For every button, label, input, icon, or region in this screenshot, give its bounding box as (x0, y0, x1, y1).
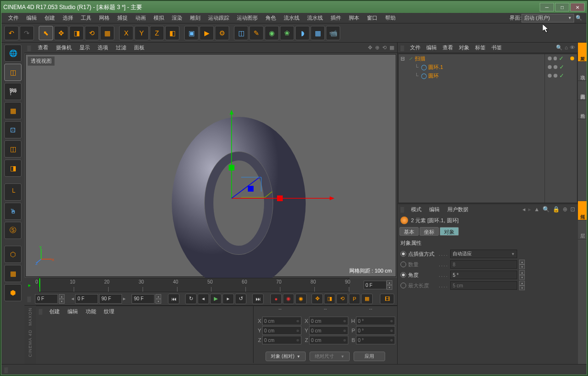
prev-key-button[interactable]: ↺ (235, 294, 246, 304)
attr-anim-radio[interactable] (400, 272, 406, 278)
prev-frame-button[interactable]: ◂ (198, 294, 209, 304)
axis-x-button[interactable]: X (119, 26, 133, 40)
coord-size-field[interactable]: 0 cm (309, 336, 348, 344)
key-param-button[interactable]: P (349, 294, 360, 304)
viewport-menu-filter[interactable]: 过滤 (112, 43, 130, 52)
tag-icon[interactable] (570, 57, 574, 60)
attr-spinner[interactable]: ▲▼ (519, 270, 525, 280)
om-search-icon[interactable]: 🔍 (556, 45, 563, 51)
next-frame-button[interactable]: ▸ (222, 294, 234, 304)
coord-pos-field[interactable]: 0 cm (262, 336, 301, 344)
keyframe-selection-button[interactable]: ◉ (295, 294, 307, 304)
statusbar-handle-icon[interactable]: ▒ (4, 367, 8, 373)
menu-create[interactable]: 创建 (41, 13, 59, 23)
attr-anim-radio[interactable] (400, 283, 406, 288)
side-tab-attributes[interactable]: 属性 (578, 201, 587, 220)
timeline-end-spinner[interactable]: ▲▼ (387, 280, 392, 290)
attr-menu-icon[interactable]: ⊡ (570, 206, 575, 213)
menu-snap[interactable]: 捕捉 (113, 13, 132, 23)
tree-row[interactable]: └◯圆环 (399, 71, 544, 80)
light-button[interactable]: 📹 (326, 26, 340, 40)
attr-tab-coord[interactable]: 坐标 (420, 227, 439, 236)
menu-animate[interactable]: 动画 (132, 13, 150, 23)
key-scale-button[interactable]: ◨ (324, 294, 335, 304)
om-menu-object[interactable]: 对象 (456, 43, 472, 52)
attr-number-field[interactable]: 5 ° (450, 271, 517, 279)
side-tab-takes[interactable]: 场次 (578, 62, 587, 81)
tree-row[interactable]: └◯圆环.1 (399, 63, 544, 71)
environment-button[interactable]: ◗ (295, 26, 310, 40)
attr-search-icon[interactable]: 🔍 (543, 206, 550, 213)
menu-mesh[interactable]: 网格 (95, 13, 113, 23)
edge-mode-button[interactable]: ◫ (4, 140, 22, 158)
maximize-button[interactable]: □ (555, 3, 569, 11)
lasttool-button[interactable]: ▦ (100, 26, 114, 40)
viewport-menu-display[interactable]: 显示 (76, 43, 94, 52)
range-end-field[interactable]: 90 F (99, 294, 122, 304)
tweak-mode-button[interactable]: 🖱 (4, 203, 22, 220)
deformer-button[interactable]: ❀ (280, 26, 294, 40)
viewport-menu-panel[interactable]: 面板 (130, 43, 148, 52)
menu-pipeline[interactable]: 流水线 (280, 13, 303, 23)
side-tab-structure[interactable]: 构造 (578, 100, 587, 119)
goto-start-button[interactable]: ⏮ (168, 294, 179, 304)
coord-system-button[interactable]: ◧ (165, 26, 179, 40)
point-mode-button[interactable]: ⊡ (4, 121, 22, 138)
generator-button[interactable]: ◉ (265, 26, 279, 40)
viewport-menu-options[interactable]: 选项 (94, 43, 112, 52)
visibility-dot-icon[interactable] (548, 57, 552, 60)
polygon-mode-button[interactable]: ◨ (4, 160, 22, 177)
mat-menu-create[interactable]: 创建 (45, 307, 64, 316)
current-frame-spinner[interactable]: ▲▼ (59, 294, 65, 304)
viewport-rotate-icon[interactable]: ⟲ (382, 45, 387, 51)
menu-render[interactable]: 渲染 (168, 13, 186, 23)
preview-end-field[interactable]: 90 F (132, 294, 155, 304)
attr-menu-userdata[interactable]: 用户数据 (444, 205, 472, 214)
coord-size-field[interactable]: 0 cm (309, 317, 348, 325)
attr-number-field[interactable]: 5 cm (450, 281, 517, 290)
coord-mode-dropdown[interactable]: 对象 (相对) (266, 352, 306, 361)
select-tool[interactable]: ⬉ (39, 26, 53, 40)
attr-dropdown-field[interactable]: 自动适应 (450, 250, 517, 258)
autokey-button[interactable]: ◉ (283, 294, 294, 304)
spline-button[interactable]: ✎ (249, 26, 264, 40)
viewport-menu-view[interactable]: 查看 (34, 43, 52, 52)
attr-anim-radio[interactable] (400, 262, 406, 267)
loop-button[interactable]: ↻ (185, 294, 197, 304)
attr-spinner[interactable]: ▲▼ (519, 260, 525, 269)
timeline-start-icon[interactable]: ▸ (28, 282, 34, 288)
attr-anim-radio[interactable] (400, 251, 406, 257)
menu-character[interactable]: 角色 (262, 13, 280, 23)
texture-mode-button[interactable]: 🏁 (4, 83, 22, 100)
attr-tab-basic[interactable]: 基本 (399, 227, 419, 236)
attr-nav-fwd-icon[interactable]: ▸ (528, 206, 531, 213)
om-menu-bookmarks[interactable]: 书签 (488, 43, 505, 52)
coord-pos-field[interactable]: 0 cm (262, 326, 301, 335)
menu-help[interactable]: 帮助 (381, 13, 399, 23)
tree-row-controls[interactable]: ✓ (545, 71, 577, 80)
object-tree[interactable]: ⊟⟋扫描└◯圆环.1└◯圆环 ✓✓✓ (398, 54, 577, 203)
tree-item-label[interactable]: 圆环 (428, 72, 439, 80)
tree-row-controls[interactable]: ✓ (545, 63, 577, 71)
enable-checkmark-icon[interactable]: ✓ (559, 64, 564, 70)
menu-motiontrack[interactable]: 运动跟踪 (204, 13, 233, 23)
locked-workplane-button[interactable]: ⬡ (4, 246, 22, 263)
om-eye-icon[interactable]: 👁 (570, 45, 575, 51)
panel-handle-icon[interactable]: ▒ (27, 296, 34, 302)
viewport-nav-icon[interactable]: ✥ (368, 45, 372, 51)
visibility-dot-icon[interactable] (548, 74, 552, 78)
axis-mode-button[interactable]: └ (4, 183, 22, 201)
menu-tools[interactable]: 工具 (77, 13, 95, 23)
tree-row-controls[interactable]: ✓ (545, 54, 577, 63)
coord-rot-field[interactable]: 0 ° (356, 336, 395, 344)
attr-menu-mode[interactable]: 模式 (407, 205, 425, 214)
timeline-end-field[interactable]: 0 F (364, 281, 387, 289)
axis-gizmo-icon[interactable] (198, 83, 342, 227)
coord-size-dropdown[interactable]: 绝对尺寸 (310, 352, 350, 361)
mat-menu-edit[interactable]: 编辑 (64, 307, 82, 316)
redo-button[interactable]: ↷ (20, 26, 34, 40)
side-tab-content[interactable]: 内容浏览器 (578, 81, 587, 100)
preview-end-spinner[interactable]: ▲▼ (155, 294, 161, 304)
snap-button[interactable]: Ⓢ (4, 222, 22, 239)
side-tab-layers[interactable]: 层 (578, 220, 587, 239)
